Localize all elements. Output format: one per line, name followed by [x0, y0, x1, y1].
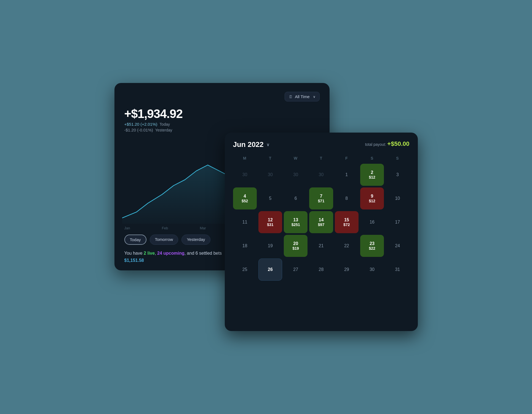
cal-cell-12[interactable]: 12$31 — [258, 211, 282, 233]
chart-header: 🗓 All Time ∨ — [124, 92, 320, 101]
today-stat-label: Today — [160, 122, 170, 127]
cal-cell-23[interactable]: 23$22 — [360, 235, 384, 257]
cal-cell-18[interactable]: 18 — [233, 235, 257, 257]
cal-cell-22[interactable]: 22 — [335, 235, 359, 257]
cal-cell-1[interactable]: 1 — [335, 164, 359, 186]
cal-cell-30a: 30 — [233, 164, 257, 186]
yesterday-stat-label: Yesterday — [155, 128, 172, 132]
cal-cell-10[interactable]: 10 — [386, 187, 409, 209]
today-filter-button[interactable]: Today — [124, 235, 146, 245]
x-label-mar: Mar — [200, 226, 206, 230]
upcoming-count: 24 upcoming — [157, 251, 185, 256]
yesterday-filter-button[interactable]: Yesterday — [181, 235, 210, 245]
month-chevron-icon[interactable]: ∨ — [266, 142, 270, 147]
cal-cell-20[interactable]: 20$19 — [284, 235, 308, 257]
cal-cell-25[interactable]: 25 — [233, 259, 257, 281]
cal-cell-21[interactable]: 21 — [309, 235, 333, 257]
cal-header-w: W — [284, 154, 308, 162]
calendar-icon: 🗓 — [289, 95, 293, 99]
x-label-jan: Jan — [124, 226, 130, 230]
total-payout: total payout: +$50.00 — [365, 140, 410, 147]
cal-cell-19[interactable]: 19 — [258, 235, 282, 257]
cal-cell-14[interactable]: 14$97 — [309, 211, 333, 233]
total-payout-value: +$50.00 — [387, 140, 409, 147]
cal-cell-31[interactable]: 31 — [386, 259, 409, 281]
cal-cell-11[interactable]: 11 — [233, 211, 257, 233]
cal-cell-5[interactable]: 5 — [258, 187, 282, 209]
cal-header-m: M — [233, 154, 257, 162]
cal-header-t1: T — [258, 154, 282, 162]
total-payout-label: total payout: — [365, 142, 386, 147]
cal-cell-28[interactable]: 28 — [309, 259, 333, 281]
main-profit-value: +$1,934.92 — [124, 107, 320, 121]
cal-header-f: F — [335, 154, 359, 162]
cal-cell-30e[interactable]: 30 — [360, 259, 384, 281]
calendar-grid: M T W T F S S 30 30 30 30 1 2$12 3 4$52 … — [233, 154, 410, 281]
cal-cell-3[interactable]: 3 — [386, 164, 409, 186]
cal-cell-26[interactable]: 26 — [258, 259, 282, 281]
cal-cell-30d: 30 — [309, 164, 333, 186]
x-label-feb: Feb — [162, 226, 168, 230]
time-selector[interactable]: 🗓 All Time ∨ — [285, 92, 319, 101]
settled-count: 6 settled bets — [196, 251, 222, 256]
cal-cell-13[interactable]: 13$251 — [284, 211, 308, 233]
calendar-month-label: Jun 2022 — [233, 140, 264, 149]
cal-cell-27[interactable]: 27 — [284, 259, 308, 281]
cal-cell-24[interactable]: 24 — [386, 235, 409, 257]
cal-cell-4[interactable]: 4$52 — [233, 187, 257, 209]
cal-cell-8[interactable]: 8 — [335, 187, 359, 209]
today-stat-value: +$51.20 (+2.01%) — [124, 122, 157, 127]
cal-cell-30b: 30 — [258, 164, 282, 186]
cal-cell-16[interactable]: 16 — [360, 211, 384, 233]
tomorrow-filter-button[interactable]: Tomorrow — [150, 235, 178, 245]
yesterday-stat-row: -$1.20 (-0.01%) Yesterday — [124, 128, 320, 132]
cal-cell-17[interactable]: 17 — [386, 211, 409, 233]
cal-header-s1: S — [360, 154, 384, 162]
cal-cell-30c: 30 — [284, 164, 308, 186]
time-selector-label: All Time — [295, 94, 309, 99]
live-count: 2 live — [144, 251, 155, 256]
cal-header-t2: T — [309, 154, 333, 162]
bet-amount: $1,151.58 — [124, 258, 144, 263]
cal-cell-29[interactable]: 29 — [335, 259, 359, 281]
today-stat-row: +$51.20 (+2.01%) Today — [124, 122, 320, 127]
calendar-month: Jun 2022 ∨ — [233, 140, 270, 149]
yesterday-stat-value: -$1.20 (-0.01%) — [124, 128, 153, 132]
chevron-down-icon: ∨ — [313, 95, 316, 99]
calendar-top: Jun 2022 ∨ total payout: +$50.00 — [233, 140, 410, 149]
cal-cell-2[interactable]: 2$12 — [360, 164, 384, 186]
cal-cell-7[interactable]: 7$71 — [309, 187, 333, 209]
cal-cell-6[interactable]: 6 — [284, 187, 308, 209]
cal-cell-15[interactable]: 15$72 — [335, 211, 359, 233]
cal-header-s2: S — [386, 154, 409, 162]
cal-cell-9[interactable]: 9$12 — [360, 187, 384, 209]
calendar-card: Jun 2022 ∨ total payout: +$50.00 M T W T… — [225, 133, 418, 331]
chart-stats: +$1,934.92 +$51.20 (+2.01%) Today -$1.20… — [124, 107, 320, 132]
